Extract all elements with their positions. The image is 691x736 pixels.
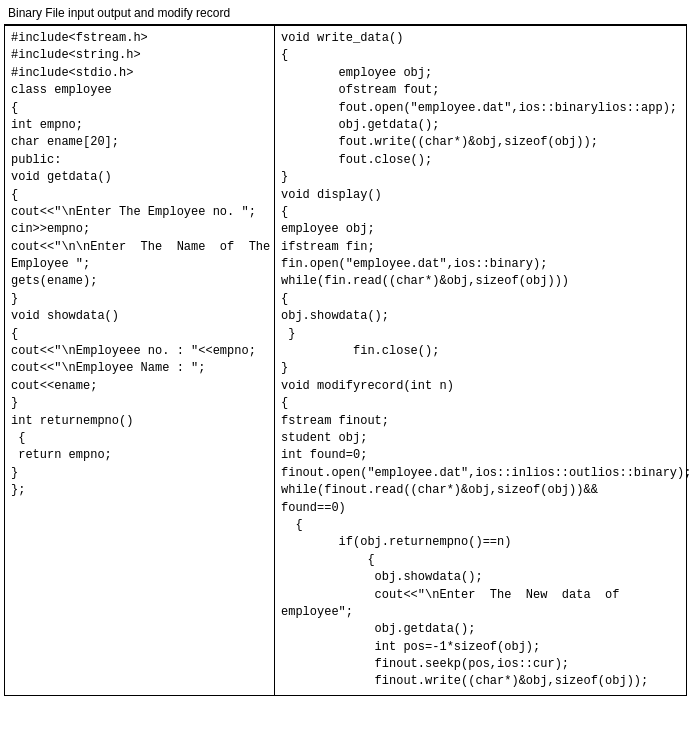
left-line-17: void showdata() [11,308,268,325]
left-line-21: cout<<ename; [11,378,268,395]
left-line-23: int returnempno() [11,413,268,430]
right-line-1: void write_data() [281,30,691,47]
left-line-15: gets(ename); [11,273,268,290]
right-line-26: finout.open("employee.dat",ios::inlios::… [281,465,691,482]
right-line-8: fout.close(); [281,152,691,169]
right-line-11: { [281,204,691,221]
left-line-13: cout<<"\n\nEnter The Name of The [11,239,268,256]
right-line-25: int found=0; [281,447,691,464]
right-line-9: } [281,169,691,186]
left-line-3: #include<stdio.h> [11,65,268,82]
title-text: Binary File input output and modify reco… [8,6,230,20]
right-line-32: obj.showdata(); [281,569,691,586]
right-line-30: if(obj.returnempno()==n) [281,534,691,551]
right-line-6: obj.getdata(); [281,117,691,134]
left-line-10: { [11,187,268,204]
right-line-34: employee"; [281,604,691,621]
right-column: void write_data() { employee obj; ofstre… [275,26,691,695]
right-line-35: obj.getdata(); [281,621,691,638]
right-line-22: { [281,395,691,412]
right-line-17: obj.showdata(); [281,308,691,325]
right-line-15: while(fin.read((char*)&obj,sizeof(obj))) [281,273,691,290]
left-line-12: cin>>empno; [11,221,268,238]
right-line-7: fout.write((char*)&obj,sizeof(obj)); [281,134,691,151]
left-column: #include<fstream.h> #include<string.h> #… [5,26,275,695]
right-line-3: employee obj; [281,65,691,82]
left-line-1: #include<fstream.h> [11,30,268,47]
right-line-4: ofstream fout; [281,82,691,99]
right-line-12: employee obj; [281,221,691,238]
left-line-18: { [11,326,268,343]
right-line-37: finout.seekp(pos,ios::cur); [281,656,691,673]
left-line-14: Employee "; [11,256,268,273]
left-line-5: { [11,100,268,117]
right-line-24: student obj; [281,430,691,447]
right-line-38: finout.write((char*)&obj,sizeof(obj)); [281,673,691,690]
right-line-16: { [281,291,691,308]
right-line-36: int pos=-1*sizeof(obj); [281,639,691,656]
right-line-10: void display() [281,187,691,204]
left-line-7: char ename[20]; [11,134,268,151]
left-line-16: } [11,291,268,308]
left-line-6: int empno; [11,117,268,134]
left-line-19: cout<<"\nEmployeee no. : "<<empno; [11,343,268,360]
right-line-29: { [281,517,691,534]
right-line-20: } [281,360,691,377]
left-line-9: void getdata() [11,169,268,186]
right-line-31: { [281,552,691,569]
right-line-18: } [281,326,691,343]
left-line-20: cout<<"\nEmployee Name : "; [11,360,268,377]
right-line-13: ifstream fin; [281,239,691,256]
page-wrapper: Binary File input output and modify reco… [0,0,691,700]
left-line-8: public: [11,152,268,169]
right-line-19: fin.close(); [281,343,691,360]
left-line-24: { [11,430,268,447]
left-line-26: } [11,465,268,482]
right-line-2: { [281,47,691,64]
right-line-5: fout.open("employee.dat",ios::binarylios… [281,100,691,117]
right-line-33: cout<<"\nEnter The New data of [281,587,691,604]
left-line-4: class employee [11,82,268,99]
left-line-2: #include<string.h> [11,47,268,64]
right-line-23: fstream finout; [281,413,691,430]
title-bar: Binary File input output and modify reco… [4,4,687,25]
right-line-21: void modifyrecord(int n) [281,378,691,395]
right-line-27: while(finout.read((char*)&obj,sizeof(obj… [281,482,691,499]
left-line-22: } [11,395,268,412]
left-line-25: return empno; [11,447,268,464]
left-line-27: }; [11,482,268,499]
code-container: #include<fstream.h> #include<string.h> #… [4,25,687,696]
right-line-14: fin.open("employee.dat",ios::binary); [281,256,691,273]
left-line-11: cout<<"\nEnter The Employee no. "; [11,204,268,221]
right-line-28: found==0) [281,500,691,517]
